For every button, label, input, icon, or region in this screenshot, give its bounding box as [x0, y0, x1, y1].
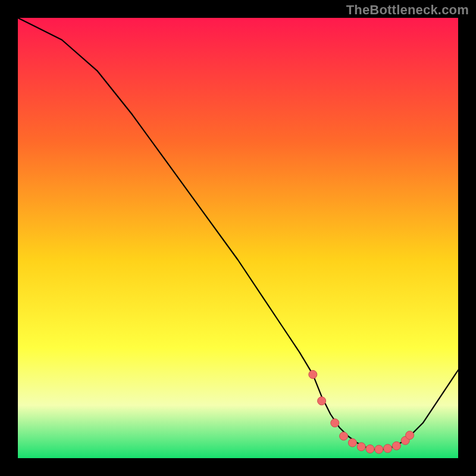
curve-marker — [384, 444, 392, 453]
curve-marker — [392, 441, 400, 450]
curve-marker — [375, 445, 383, 453]
curve-marker — [406, 431, 414, 440]
chart-frame: TheBottleneck.com — [0, 0, 476, 476]
plot-background — [18, 18, 458, 458]
chart-canvas — [0, 0, 476, 476]
curve-marker — [318, 397, 326, 405]
curve-marker — [340, 432, 348, 440]
curve-marker — [348, 439, 356, 447]
curve-marker — [309, 370, 317, 378]
curve-marker — [331, 419, 339, 427]
curve-marker — [357, 443, 365, 451]
curve-marker — [366, 445, 374, 453]
